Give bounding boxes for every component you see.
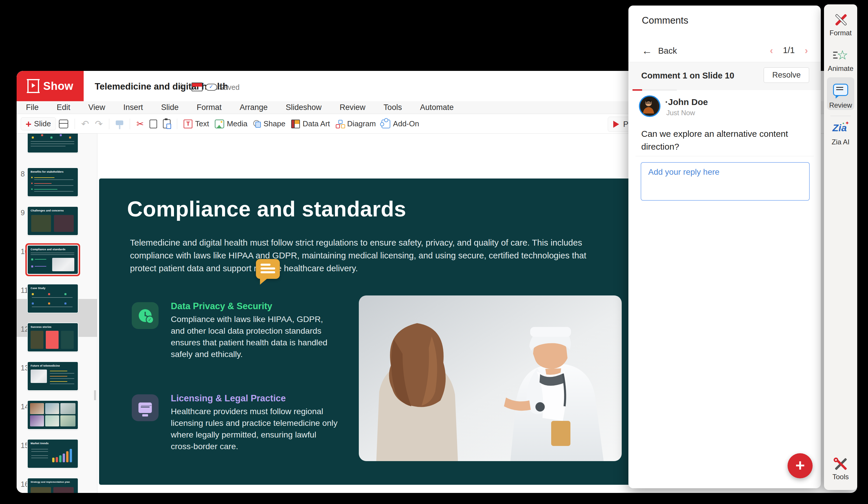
thumb-graphic: [52, 258, 74, 271]
slide-thumbnail-15[interactable]: 15 Market trends: [17, 440, 97, 475]
slide-thumbnail-7[interactable]: [17, 133, 97, 159]
shape-label: Shape: [264, 119, 285, 128]
comment-text: Can we explore an alternative content di…: [641, 128, 799, 153]
menu-view[interactable]: View: [88, 103, 105, 112]
show-logo[interactable]: Show: [17, 71, 84, 101]
thumb-graphic: [31, 143, 74, 144]
next-comment-icon[interactable]: ›: [805, 44, 808, 56]
copy-button[interactable]: [147, 118, 160, 130]
section-body-licensing[interactable]: Healthcare providers must follow regiona…: [171, 405, 338, 452]
menu-file[interactable]: File: [26, 103, 39, 112]
slide-thumbnail-11[interactable]: 11 Case Study: [17, 284, 97, 319]
thumbnail-title: Future of telemedicine: [31, 364, 60, 367]
thumb-graphic: [31, 189, 33, 190]
insert-shape-button[interactable]: Shape: [250, 118, 288, 130]
thumb-graphic: [69, 137, 71, 139]
comment-accent-line: [632, 89, 677, 91]
resolve-button[interactable]: Resolve: [764, 67, 809, 83]
sidebar-item-review[interactable]: Review: [824, 84, 857, 109]
sidebar-item-tools[interactable]: Tools: [824, 457, 857, 481]
slide-thumbnail-8[interactable]: 8 Benefits for stakeholders: [17, 168, 97, 203]
menu-insert[interactable]: Insert: [123, 103, 143, 112]
panel-resize-grip[interactable]: [94, 390, 96, 400]
insert-text-button[interactable]: T Text: [181, 118, 212, 130]
puzzle-icon: [382, 120, 390, 128]
thumbnail-graphic: Market trends: [28, 440, 78, 468]
copy-icon: [149, 120, 157, 128]
sidebar-item-zia-ai[interactable]: Zia✦✦ Zia AI: [824, 122, 857, 146]
add-slide-button[interactable]: + Slide: [21, 117, 56, 130]
comment-author: ·John Doe: [665, 97, 708, 107]
comment-marker-icon[interactable]: [256, 259, 280, 279]
back-button[interactable]: ← Back: [642, 44, 677, 57]
favorite-star-icon[interactable]: ☆: [177, 81, 185, 91]
slide-photo-doctor-patient[interactable]: [359, 295, 622, 461]
layout-button[interactable]: [56, 118, 71, 130]
thumbnail-graphic: Future of telemedicine: [28, 362, 78, 390]
zia-ai-icon: Zia✦✦: [833, 122, 849, 135]
thumbnail-title: Market trends: [31, 442, 49, 445]
format-painter-button[interactable]: [113, 121, 126, 127]
slide-thumbnail-16[interactable]: 16 Strategy and implementation plan: [17, 478, 97, 493]
insert-media-button[interactable]: Media: [212, 118, 250, 130]
slide-thumbnail-13[interactable]: 13 Future of telemedicine: [17, 362, 97, 397]
addon-button[interactable]: Add-On: [379, 118, 422, 130]
menu-review[interactable]: Review: [340, 103, 365, 112]
thumb-graphic: [31, 259, 33, 261]
section-title-data-privacy[interactable]: Data Privacy & Security: [171, 301, 272, 312]
menu-tools[interactable]: Tools: [384, 103, 402, 112]
menu-slideshow[interactable]: Slideshow: [286, 103, 321, 112]
divider: [830, 116, 851, 116]
thumbnail-title: Challenges and concerns: [31, 209, 64, 212]
menu-arrange[interactable]: Arrange: [240, 103, 268, 112]
prev-comment-icon[interactable]: ‹: [770, 44, 773, 56]
tools-label: Tools: [833, 473, 849, 481]
thumb-graphic: [53, 487, 74, 493]
menu-automate[interactable]: Automate: [420, 103, 454, 112]
diagram-label: Diagram: [347, 119, 376, 128]
thumb-graphic: [64, 302, 66, 304]
insert-data-art-button[interactable]: Data Art: [288, 118, 333, 130]
redo-button[interactable]: ↷: [92, 117, 106, 131]
menu-format[interactable]: Format: [197, 103, 222, 112]
thumb-graphic: [60, 415, 75, 426]
thumbnail-title: Compliance and standards: [31, 248, 65, 251]
insert-diagram-button[interactable]: Diagram: [333, 118, 379, 130]
text-box-icon: T: [184, 120, 192, 128]
slide-paragraph[interactable]: Telemedicine and digital health must fol…: [130, 236, 590, 275]
thumb-graphic: [61, 331, 74, 349]
slide-thumbnail-14[interactable]: 14: [17, 401, 97, 436]
sidebar-item-format[interactable]: Format: [824, 13, 857, 37]
scissors-icon: ✂: [136, 119, 144, 129]
tools-icon: [834, 457, 848, 471]
thumb-graphic: [50, 373, 74, 374]
menu-slide[interactable]: Slide: [161, 103, 179, 112]
reply-input[interactable]: Add your reply here: [641, 162, 810, 201]
thumbnail-graphic: Compliance and standards: [28, 245, 78, 274]
thumb-bar: [63, 454, 65, 462]
slide-title[interactable]: Compliance and standards: [127, 196, 406, 221]
thumb-bar: [59, 455, 62, 462]
undo-button[interactable]: ↶: [79, 117, 92, 131]
comment-header: Comment 1 on Slide 10: [641, 71, 734, 81]
slide-thumbnail-10-selected[interactable]: 10 Compliance and standards: [17, 245, 97, 281]
text-label: Text: [195, 119, 209, 128]
sidebar-item-animate[interactable]: ☆ Animate: [824, 49, 857, 73]
thumb-graphic: [34, 189, 58, 190]
section-title-licensing[interactable]: Licensing & Legal Practice: [171, 393, 286, 404]
cut-button[interactable]: ✂: [134, 117, 147, 131]
comments-panel: Comments ← Back ‹ 1/1 › Comment 1 on Sli…: [628, 6, 821, 488]
thumb-graphic: [32, 302, 34, 304]
menu-edit[interactable]: Edit: [57, 103, 71, 112]
thumb-graphic: [31, 455, 48, 456]
thumb-graphic: [60, 403, 75, 414]
toolbar-divider: [109, 119, 109, 129]
thumb-graphic: [48, 293, 50, 295]
slide-thumbnail-12[interactable]: 12 Success stories: [17, 323, 97, 358]
paste-button[interactable]: [160, 118, 173, 130]
add-comment-fab[interactable]: +: [787, 453, 813, 478]
slide-thumbnail-9[interactable]: 9 Challenges and concerns: [17, 207, 97, 242]
folder-icon[interactable]: [192, 82, 203, 91]
section-body-data-privacy[interactable]: Compliance with laws like HIPAA, GDPR, a…: [171, 313, 338, 360]
thumb-graphic: [31, 487, 51, 493]
